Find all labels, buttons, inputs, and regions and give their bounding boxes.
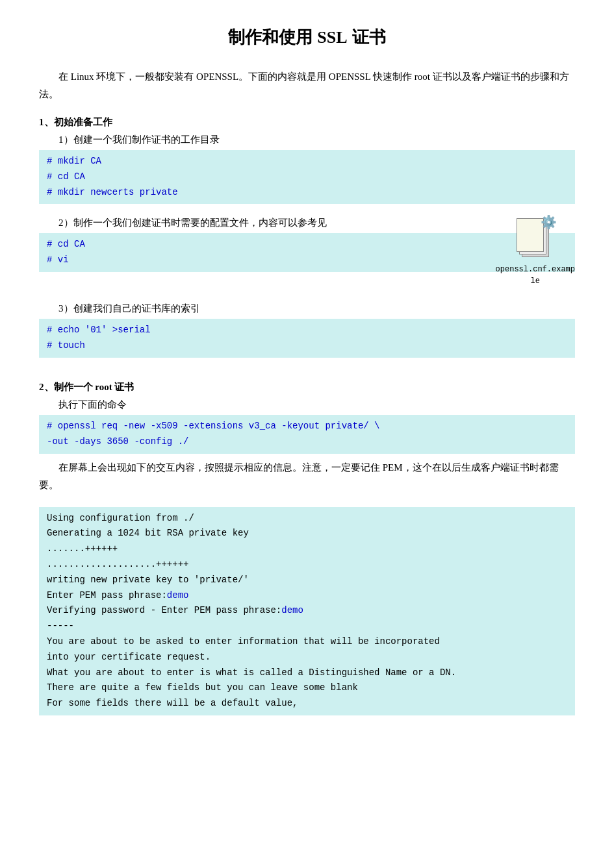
page-title: 制作和使用 SSL 证书: [39, 26, 575, 49]
sub-label-1-1: 1）创建一个我们制作证书的工作目录: [58, 134, 220, 145]
gear-icon: ⚙️: [541, 214, 557, 230]
output-line: ....................++++++: [47, 557, 567, 573]
output-line: Generating a 1024 bit RSA private key: [47, 526, 567, 541]
note-text: 在屏幕上会出现如下的交互内容，按照提示相应的信息。注意，一定要记住 PEM，这个…: [39, 459, 575, 494]
output-line: Enter PEM pass phrase:demo: [47, 588, 567, 604]
output-line: -----: [47, 619, 567, 634]
title-suffix: 证书: [352, 27, 386, 47]
code-line: # mkdir newcerts private: [47, 185, 567, 201]
code-line: # vi: [47, 253, 567, 268]
sub-label-1-3: 3）创建我们自己的证书库的索引: [58, 303, 200, 314]
code-line: # cd CA: [47, 169, 567, 185]
code-block-2-1: # openssl req -new -x509 -extensions v3_…: [39, 415, 575, 454]
sub-label-1-2: 2）制作一个我们创建证书时需要的配置文件，内容可以参考见: [39, 217, 575, 229]
output-line: Using configuration from ./: [47, 511, 567, 527]
output-line: .......++++++: [47, 541, 567, 557]
code-line: # openssl req -new -x509 -extensions v3_…: [47, 419, 567, 434]
code-block-1-1: # mkdir CA # cd CA # mkdir newcerts priv…: [39, 150, 575, 204]
output-line: writing new private key to 'private/': [47, 573, 567, 588]
code-block-2-output: Using configuration from ./ Generating a…: [39, 507, 575, 715]
section-2: 2、制作一个 root 证书 执行下面的命令 # openssl req -ne…: [39, 381, 575, 715]
section-1-title: 1、初始准备工作: [39, 116, 575, 129]
image-caption: openssl.cnf.examp: [496, 265, 575, 274]
output-line: There are quite a few fields but you can…: [47, 680, 567, 696]
code-line: # touch: [47, 338, 567, 354]
output-line: What you are about to enter is what is c…: [47, 665, 567, 681]
intro-paragraph: 在 Linux 环境下，一般都安装有 OPENSSL。下面的内容就是用 OPEN…: [39, 68, 575, 103]
code-line: # cd CA: [47, 237, 567, 253]
output-line: into your certificate request.: [47, 650, 567, 665]
image-caption-2: le: [496, 277, 575, 286]
openssl-cnf-image: ⚙️ openssl.cnf.examp le: [496, 217, 575, 286]
sub-section-1-2-wrapper: ⚙️ openssl.cnf.examp le 2）制作一个我们创建证书时需要的…: [39, 217, 575, 292]
code-line: # mkdir CA: [47, 154, 567, 169]
sub-label-text-1-2: 2）制作一个我们创建证书时需要的配置文件，内容可以参考见: [58, 217, 327, 228]
output-line: Verifying password - Enter PEM pass phra…: [47, 603, 567, 619]
sub-section-1-3: 3）创建我们自己的证书库的索引: [39, 303, 575, 315]
section-1: 1、初始准备工作 1）创建一个我们制作证书的工作目录 # mkdir CA # …: [39, 116, 575, 358]
sub-label-2-1: 执行下面的命令: [39, 399, 575, 411]
output-line: You are about to be asked to enter infor…: [47, 634, 567, 650]
section-2-title: 2、制作一个 root 证书: [39, 381, 575, 393]
sub-section-1-1: 1）创建一个我们制作证书的工作目录: [39, 134, 575, 146]
code-line: # echo '01' >serial: [47, 323, 567, 338]
code-line: -out -days 3650 -config ./: [47, 434, 567, 450]
sub-label-text-2-1: 执行下面的命令: [58, 399, 127, 410]
code-block-1-3: # echo '01' >serial # touch: [39, 319, 575, 358]
title-ssl: SSL: [317, 28, 347, 47]
output-line: For some fields there will be a default …: [47, 696, 567, 712]
title-prefix: 制作和使用: [228, 27, 313, 47]
code-block-1-2: # cd CA # vi: [39, 233, 575, 272]
